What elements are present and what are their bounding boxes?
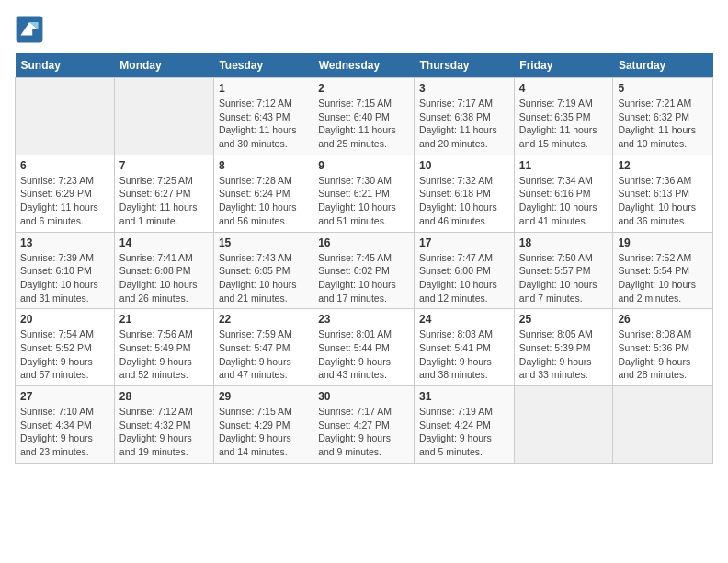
- day-number: 10: [419, 159, 509, 172]
- day-number: 18: [519, 236, 609, 249]
- day-info: Sunrise: 7:10 AM Sunset: 4:34 PM Dayligh…: [20, 405, 109, 459]
- calendar-day-8: 8Sunrise: 7:28 AM Sunset: 6:24 PM Daylig…: [213, 155, 313, 232]
- calendar-week-3: 13Sunrise: 7:39 AM Sunset: 6:10 PM Dayli…: [16, 232, 713, 309]
- logo: [15, 15, 48, 44]
- calendar-table: SundayMondayTuesdayWednesdayThursdayFrid…: [15, 53, 713, 464]
- day-number: 7: [119, 159, 209, 172]
- day-number: 3: [419, 82, 509, 95]
- calendar-day-11: 11Sunrise: 7:34 AM Sunset: 6:16 PM Dayli…: [514, 155, 613, 232]
- calendar-day-19: 19Sunrise: 7:52 AM Sunset: 5:54 PM Dayli…: [613, 232, 713, 309]
- day-number: 28: [119, 390, 209, 403]
- day-info: Sunrise: 7:19 AM Sunset: 6:35 PM Dayligh…: [519, 97, 609, 151]
- calendar-day-4: 4Sunrise: 7:19 AM Sunset: 6:35 PM Daylig…: [514, 78, 613, 155]
- weekday-header-row: SundayMondayTuesdayWednesdayThursdayFrid…: [16, 53, 713, 78]
- calendar-day-25: 25Sunrise: 8:05 AM Sunset: 5:39 PM Dayli…: [514, 309, 613, 386]
- calendar-day-5: 5Sunrise: 7:21 AM Sunset: 6:32 PM Daylig…: [613, 78, 713, 155]
- day-number: 30: [318, 390, 409, 403]
- day-number: 29: [219, 390, 308, 403]
- day-info: Sunrise: 7:45 AM Sunset: 6:02 PM Dayligh…: [318, 251, 409, 305]
- day-info: Sunrise: 8:05 AM Sunset: 5:39 PM Dayligh…: [519, 327, 609, 382]
- day-info: Sunrise: 7:34 AM Sunset: 6:16 PM Dayligh…: [519, 174, 609, 228]
- day-number: 31: [419, 390, 509, 403]
- day-number: 4: [519, 82, 609, 95]
- day-info: Sunrise: 7:36 AM Sunset: 6:13 PM Dayligh…: [618, 174, 708, 228]
- day-number: 2: [318, 82, 409, 95]
- calendar-day-22: 22Sunrise: 7:59 AM Sunset: 5:47 PM Dayli…: [213, 309, 313, 386]
- day-info: Sunrise: 8:03 AM Sunset: 5:41 PM Dayligh…: [419, 327, 509, 382]
- day-info: Sunrise: 7:19 AM Sunset: 4:24 PM Dayligh…: [419, 405, 509, 459]
- day-number: 23: [318, 313, 409, 326]
- weekday-header-tuesday: Tuesday: [213, 53, 313, 78]
- day-info: Sunrise: 7:59 AM Sunset: 5:47 PM Dayligh…: [219, 327, 308, 382]
- day-info: Sunrise: 7:21 AM Sunset: 6:32 PM Dayligh…: [618, 97, 708, 151]
- calendar-week-5: 27Sunrise: 7:10 AM Sunset: 4:34 PM Dayli…: [16, 386, 713, 464]
- day-number: 13: [20, 236, 109, 249]
- calendar-day-26: 26Sunrise: 8:08 AM Sunset: 5:36 PM Dayli…: [613, 309, 713, 386]
- day-number: 19: [618, 236, 708, 249]
- calendar-empty-cell: [613, 386, 713, 464]
- day-info: Sunrise: 8:01 AM Sunset: 5:44 PM Dayligh…: [318, 327, 409, 382]
- day-info: Sunrise: 7:30 AM Sunset: 6:21 PM Dayligh…: [318, 174, 409, 228]
- day-info: Sunrise: 7:25 AM Sunset: 6:27 PM Dayligh…: [119, 174, 209, 228]
- calendar-day-16: 16Sunrise: 7:45 AM Sunset: 6:02 PM Dayli…: [313, 232, 415, 309]
- calendar-day-7: 7Sunrise: 7:25 AM Sunset: 6:27 PM Daylig…: [114, 155, 213, 232]
- weekday-header-wednesday: Wednesday: [313, 53, 415, 78]
- calendar-day-1: 1Sunrise: 7:12 AM Sunset: 6:43 PM Daylig…: [213, 78, 313, 155]
- day-info: Sunrise: 7:12 AM Sunset: 4:32 PM Dayligh…: [119, 405, 209, 459]
- weekday-header-thursday: Thursday: [415, 53, 515, 78]
- weekday-header-monday: Monday: [114, 53, 213, 78]
- day-number: 21: [119, 313, 209, 326]
- weekday-header-sunday: Sunday: [16, 53, 115, 78]
- day-number: 8: [219, 159, 308, 172]
- day-number: 14: [119, 236, 209, 249]
- day-info: Sunrise: 7:41 AM Sunset: 6:08 PM Dayligh…: [119, 251, 209, 305]
- calendar-day-6: 6Sunrise: 7:23 AM Sunset: 6:29 PM Daylig…: [16, 155, 115, 232]
- day-info: Sunrise: 7:23 AM Sunset: 6:29 PM Dayligh…: [20, 174, 109, 228]
- calendar-day-9: 9Sunrise: 7:30 AM Sunset: 6:21 PM Daylig…: [313, 155, 415, 232]
- day-info: Sunrise: 7:52 AM Sunset: 5:54 PM Dayligh…: [618, 251, 708, 305]
- day-info: Sunrise: 7:15 AM Sunset: 4:29 PM Dayligh…: [219, 405, 308, 459]
- page-header: [15, 15, 713, 44]
- calendar-day-21: 21Sunrise: 7:56 AM Sunset: 5:49 PM Dayli…: [114, 309, 213, 386]
- day-info: Sunrise: 7:32 AM Sunset: 6:18 PM Dayligh…: [419, 174, 509, 228]
- weekday-header-friday: Friday: [514, 53, 613, 78]
- day-number: 1: [219, 82, 308, 95]
- calendar-day-23: 23Sunrise: 8:01 AM Sunset: 5:44 PM Dayli…: [313, 309, 415, 386]
- calendar-day-27: 27Sunrise: 7:10 AM Sunset: 4:34 PM Dayli…: [16, 386, 115, 464]
- day-info: Sunrise: 7:15 AM Sunset: 6:40 PM Dayligh…: [318, 97, 409, 151]
- calendar-empty-cell: [16, 78, 115, 155]
- calendar-week-4: 20Sunrise: 7:54 AM Sunset: 5:52 PM Dayli…: [16, 309, 713, 386]
- calendar-day-10: 10Sunrise: 7:32 AM Sunset: 6:18 PM Dayli…: [415, 155, 515, 232]
- day-info: Sunrise: 7:43 AM Sunset: 6:05 PM Dayligh…: [219, 251, 308, 305]
- day-info: Sunrise: 7:50 AM Sunset: 5:57 PM Dayligh…: [519, 251, 609, 305]
- day-number: 22: [219, 313, 308, 326]
- calendar-day-31: 31Sunrise: 7:19 AM Sunset: 4:24 PM Dayli…: [415, 386, 515, 464]
- calendar-day-20: 20Sunrise: 7:54 AM Sunset: 5:52 PM Dayli…: [16, 309, 115, 386]
- day-number: 6: [20, 159, 109, 172]
- day-number: 17: [419, 236, 509, 249]
- calendar-day-18: 18Sunrise: 7:50 AM Sunset: 5:57 PM Dayli…: [514, 232, 613, 309]
- day-info: Sunrise: 7:56 AM Sunset: 5:49 PM Dayligh…: [119, 327, 209, 382]
- calendar-day-14: 14Sunrise: 7:41 AM Sunset: 6:08 PM Dayli…: [114, 232, 213, 309]
- calendar-day-30: 30Sunrise: 7:17 AM Sunset: 4:27 PM Dayli…: [313, 386, 415, 464]
- calendar-empty-cell: [514, 386, 613, 464]
- day-number: 12: [618, 159, 708, 172]
- calendar-day-17: 17Sunrise: 7:47 AM Sunset: 6:00 PM Dayli…: [415, 232, 515, 309]
- day-number: 11: [519, 159, 609, 172]
- day-info: Sunrise: 7:47 AM Sunset: 6:00 PM Dayligh…: [419, 251, 509, 305]
- day-number: 27: [20, 390, 109, 403]
- calendar-day-15: 15Sunrise: 7:43 AM Sunset: 6:05 PM Dayli…: [213, 232, 313, 309]
- day-info: Sunrise: 7:17 AM Sunset: 6:38 PM Dayligh…: [419, 97, 509, 151]
- day-info: Sunrise: 7:12 AM Sunset: 6:43 PM Dayligh…: [219, 97, 308, 151]
- weekday-header-saturday: Saturday: [613, 53, 713, 78]
- day-number: 24: [419, 313, 509, 326]
- calendar-week-2: 6Sunrise: 7:23 AM Sunset: 6:29 PM Daylig…: [16, 155, 713, 232]
- calendar-day-2: 2Sunrise: 7:15 AM Sunset: 6:40 PM Daylig…: [313, 78, 415, 155]
- day-info: Sunrise: 7:17 AM Sunset: 4:27 PM Dayligh…: [318, 405, 409, 459]
- logo-icon: [15, 15, 44, 44]
- day-info: Sunrise: 8:08 AM Sunset: 5:36 PM Dayligh…: [618, 327, 708, 382]
- day-number: 5: [618, 82, 708, 95]
- calendar-week-1: 1Sunrise: 7:12 AM Sunset: 6:43 PM Daylig…: [16, 78, 713, 155]
- day-number: 16: [318, 236, 409, 249]
- day-number: 15: [219, 236, 308, 249]
